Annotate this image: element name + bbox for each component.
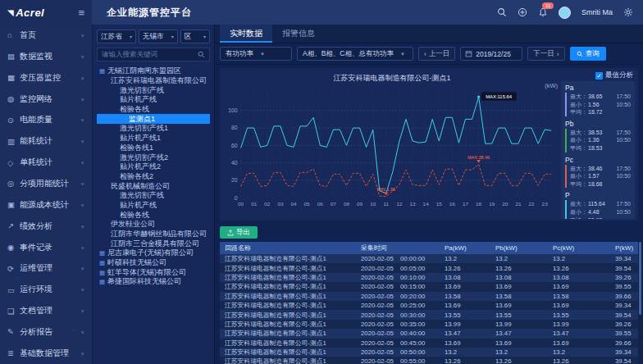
tree-node[interactable]: 检验各线	[97, 105, 210, 115]
tree-node[interactable]: 检验各线1	[97, 143, 210, 153]
table-scrollbar[interactable]	[639, 242, 641, 364]
app-window: ◥ Acrel ≡ 企业能源管控平台 11 Smriti Ma	[0, 0, 643, 364]
table-row[interactable]: 江苏安科瑞电器制造有限公司-测点1 2020-02-0500:50:00 13.…	[220, 348, 638, 357]
chevron-down-icon: ∨	[80, 54, 84, 59]
sidebar-item[interactable]: ⊙ 电能质量 ∨	[0, 109, 92, 130]
tree-node[interactable]: 贴片机产线	[97, 201, 210, 211]
tree-node[interactable]: ▦ 尼吉康电子(无锡)有限公司	[97, 248, 210, 258]
tree-node[interactable]: 检验各线2	[97, 172, 210, 182]
tree-node[interactable]: 贴片机产线	[97, 95, 210, 105]
prev-day-button[interactable]: ‹ 上一日	[418, 47, 455, 61]
gear-icon[interactable]	[623, 7, 633, 17]
tree-node[interactable]: ▦ 时硕科技无锡公司	[97, 258, 210, 268]
max-analysis-checkbox[interactable]: ✓ 最值分析	[595, 71, 633, 80]
date-picker[interactable]: 2019/12/25	[460, 47, 522, 61]
table-row[interactable]: 江苏安科瑞电器制造有限公司-测点1 2020-02-0500:15:00 13.…	[220, 282, 638, 291]
filter-bar: 有功功率 ▼ A相、B相、C相、总有功功率 ▼ ‹ 上一日 2019/12/25…	[215, 43, 643, 65]
tree-node[interactable]: ▦ 无锡江阴南闸东盟园区	[97, 66, 210, 76]
table-row[interactable]: 江苏安科瑞电器制造有限公司-测点1 2020-02-0500:25:00 13.…	[220, 301, 638, 310]
stat-group: Pa 最大： 38.65 17:50 最小： 1.56	[565, 84, 631, 116]
tree-node[interactable]: 伊发鞋业公司	[97, 220, 210, 230]
chevron-down-icon: ∨	[80, 266, 84, 271]
sidebar-item[interactable]: ◎ 分项用能统计 ∨	[0, 173, 92, 194]
tree-node[interactable]: 江苏安科瑞电器制造有限公司	[97, 76, 210, 86]
main-content: 实时数据 报警信息 有功功率 ▼ A相、B相、C相、总有功功率 ▼	[215, 25, 643, 364]
sidebar-item-label: 分项用能统计	[20, 178, 69, 189]
tree-node[interactable]: 监测点1	[97, 114, 210, 124]
tab[interactable]: 实时数据	[220, 25, 272, 43]
tree-node-label: 江苏安科瑞电器制造有限公司	[111, 76, 207, 86]
data-table-section: 导出 回路名称 采集时间 Pa(kW) Pb(kW) Pc(kW) P(kW)	[220, 224, 638, 364]
chart-title: 江苏安科瑞电器制造有限公司-测点1	[223, 73, 561, 84]
avatar[interactable]	[559, 7, 571, 19]
query-button[interactable]: 查询	[570, 47, 606, 61]
notifications-bell-icon[interactable]: 11	[538, 7, 548, 17]
sidebar-item[interactable]: ⟳ 运维管理 ∨	[0, 257, 92, 279]
stat-color-bar: 最大： 38.53 17:50 最小： 1.36 10:50	[565, 129, 631, 152]
table-row[interactable]: 江苏安科瑞电器制造有限公司-测点1 2020-02-0500:10:00 13.…	[220, 273, 638, 282]
sidebar-item-icon: ◇	[7, 158, 20, 167]
sidebar-item[interactable]: ❏ 文档管理 ∨	[0, 300, 92, 321]
table-row[interactable]: 江苏安科瑞电器制造有限公司-测点1 2020-02-0500:45:00 13.…	[220, 339, 638, 348]
chevron-right-icon: ›	[557, 50, 559, 58]
tree-node[interactable]: 激光切割产线1	[97, 124, 210, 134]
tree-search-input[interactable]: 请输入搜索关键词	[97, 48, 210, 61]
table-row[interactable]: 江苏安科瑞电器制造有限公司-测点1 2020-02-0500:05:00 13.…	[220, 263, 638, 272]
table-row[interactable]: 江苏安科瑞电器制造有限公司-测点1 2020-02-0500:40:00 13.…	[220, 329, 638, 338]
chevron-down-icon: ▾	[169, 34, 174, 39]
tree-node[interactable]: ▦ 虹羊导体(无锡)有限公司	[97, 267, 210, 277]
tree-node[interactable]: 贴片机产线1	[97, 134, 210, 143]
next-day-button[interactable]: 下一日 ›	[527, 47, 564, 61]
tab[interactable]: 报警信息	[272, 25, 325, 43]
sidebar-item[interactable]: ▤ 数据监视 ∨	[0, 46, 92, 67]
province-select[interactable]: 江苏省 ▾	[97, 30, 136, 43]
sidebar-item[interactable]: ≣ 基础数据管理 ∨	[0, 343, 92, 364]
table-row[interactable]: 江苏安科瑞电器制造有限公司-测点1 2020-02-0500:00:00 13.…	[220, 254, 638, 263]
sidebar-item-icon: ↗	[7, 221, 20, 230]
tree-node-label: 时硕科技无锡公司	[107, 258, 166, 268]
svg-text:MAX:115.64: MAX:115.64	[486, 94, 513, 99]
city-select[interactable]: 无锡市 ▾	[139, 30, 178, 43]
table-row[interactable]: 江苏安科瑞电器制造有限公司-测点1 2020-02-0500:20:00 13.…	[220, 292, 638, 301]
sidebar-item-icon: ▣	[7, 200, 20, 209]
line-chart[interactable]: 0001020304050607080910111213141516171819…	[223, 84, 561, 218]
tree-node[interactable]: 激光切割产线	[97, 85, 210, 95]
sidebar-item[interactable]: ▦ 变压器监控 ∨	[0, 67, 92, 89]
tree-node-label: 民盛机械制造公司	[111, 181, 170, 191]
tree-node-label: 贴片机产线	[120, 201, 157, 211]
sidebar-item[interactable]: ▥ 能耗统计 ∨	[0, 130, 92, 152]
tree-node[interactable]: 江阴市三合金模具有限公司	[97, 239, 210, 248]
tree-node[interactable]: 检验各线	[97, 210, 210, 220]
fullscreen-icon[interactable]	[518, 7, 527, 17]
sidebar-item-label: 能源成本统计	[20, 199, 69, 211]
chart-panel: ✓ 最值分析 江苏安科瑞电器制造有限公司-测点1 (kW) 0001020304…	[220, 68, 638, 221]
stat-avg-row: 平均： 18.53	[570, 144, 631, 152]
sidebar-item[interactable]: ▣ 能源成本统计 ∨	[0, 194, 92, 216]
tree-node[interactable]: 江阴市华赫钢丝制品有限公司	[97, 230, 210, 239]
sidebar-item-icon: ◍	[7, 94, 20, 103]
sidebar-item[interactable]: ◇ 单耗统计 ∨	[0, 152, 92, 173]
parameter-select[interactable]: 有功功率 ▼	[220, 47, 292, 61]
search-icon[interactable]	[497, 7, 507, 17]
menu-collapse-icon[interactable]: ≡	[78, 7, 84, 19]
district-select[interactable]: 区 ▾	[180, 30, 210, 43]
sidebar-item[interactable]: ◉ 事件记录 ∨	[0, 237, 92, 258]
sidebar-item-icon: ✎	[7, 327, 20, 336]
table-row[interactable]: 江苏安科瑞电器制造有限公司-测点1 2020-02-0500:55:00 13.…	[220, 357, 638, 364]
table-row[interactable]: 江苏安科瑞电器制造有限公司-测点1 2020-02-0500:35:00 13.…	[220, 320, 638, 329]
sidebar-item[interactable]: ✎ 分析报告 ∨	[0, 321, 92, 343]
sidebar-item[interactable]: ◍ 监控网络 ∨	[0, 89, 92, 110]
export-button[interactable]: 导出	[220, 226, 258, 239]
tree-node[interactable]: 民盛机械制造公司	[97, 181, 210, 191]
sidebar-item-label: 首页	[20, 30, 36, 41]
tree-node[interactable]: ▦ 希捷国际科技无锡公司	[97, 277, 210, 287]
scrollbar-thumb[interactable]	[639, 242, 641, 315]
tree-node[interactable]: 贴片机产线2	[97, 162, 210, 172]
tree-node[interactable]: 激光切割产线2	[97, 152, 210, 162]
table-row[interactable]: 江苏安科瑞电器制造有限公司-测点1 2020-02-0500:30:00 13.…	[220, 310, 638, 319]
sidebar-item[interactable]: ▭ 运行环境 ∨	[0, 279, 92, 300]
sidebar-item[interactable]: ⌂ 首页 ∨	[0, 25, 92, 46]
tree-node[interactable]: 激光切割产线	[97, 191, 210, 201]
phases-select[interactable]: A相、B相、C相、总有功功率 ▼	[297, 47, 413, 61]
sidebar-item[interactable]: ↗ 绩效分析 ∨	[0, 216, 92, 237]
